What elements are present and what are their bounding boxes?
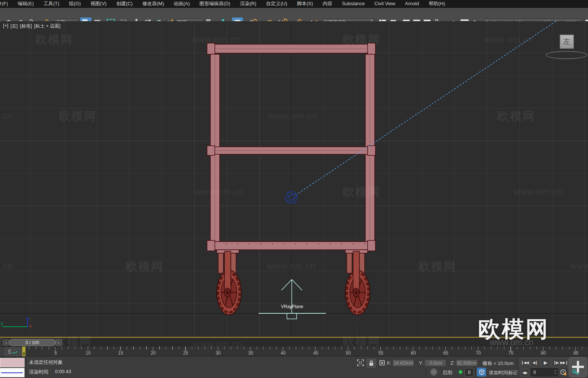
target-gizmo (285, 191, 298, 204)
scene-model-cart (0, 21, 588, 337)
ruler-tick-label: 70 (476, 350, 481, 356)
menu-item-2[interactable]: 编辑(E) (13, 0, 39, 7)
status-green-dot (459, 370, 462, 374)
render-time-label: 渲染时间 (29, 369, 48, 375)
menu-item-13[interactable]: 内容 (318, 0, 337, 7)
ruler-tick-label: 5 (54, 350, 57, 356)
time-slider-handle[interactable]: 0 (22, 346, 26, 356)
separator (475, 368, 476, 377)
drag-handle[interactable] (0, 338, 3, 346)
ruler-tick-label: 65 (443, 350, 448, 356)
frame-forward-button[interactable]: › (56, 339, 62, 346)
z-coord-field[interactable]: 82.936cm (456, 359, 478, 366)
drag-handle[interactable] (0, 346, 3, 356)
go-to-end-button[interactable]: ▶▶❙ (559, 358, 569, 367)
ruler-tick-label: 80 (541, 350, 546, 356)
menu-item-8[interactable]: 动画(A) (169, 0, 194, 7)
menu-item-1[interactable]: 文件(F) (0, 0, 13, 7)
x-coord-field[interactable]: 24.433cm (392, 359, 414, 366)
ruler-tick-label: 25 (183, 350, 188, 356)
menu-item-3[interactable]: 工具(T) (39, 0, 64, 7)
main-toolbar: ↶ ↷ 全部▼ 视图▼ (0, 8, 588, 22)
set-key-button[interactable] (569, 357, 587, 377)
world-axis-z-line (27, 319, 28, 327)
viewport-menu-shading[interactable]: [粘土 + 边面] (34, 23, 61, 29)
separator (517, 358, 518, 377)
viewcube-face-label: 左 (563, 37, 571, 46)
timeline-ruler[interactable]: 0510152025303540455055606570758085 0 (0, 346, 588, 356)
menu-bar: 文件(F)编辑(E)工具(T)组(G)视图(V)创建(C)修改器(M)动画(A)… (0, 0, 588, 8)
menu-item-16[interactable]: Arnold (400, 0, 424, 7)
previous-frame-button[interactable]: ◀❙ (530, 358, 540, 367)
viewport-menu-standard[interactable]: [标准] (20, 23, 32, 29)
menu-item-14[interactable]: Substance (337, 0, 369, 7)
add-time-tag-label[interactable]: 添加时间标记 (489, 369, 518, 376)
time-tag-cube-button[interactable] (477, 368, 486, 377)
separator (26, 358, 27, 377)
status-bar: 未选定任何对象 渲染时间 0:00:43 X: 24.433cm Y: -0.0… (0, 356, 588, 378)
menu-item-7[interactable]: 修改器(M) (138, 0, 169, 7)
render-time-value: 0:00:43 (55, 369, 71, 374)
play-button[interactable]: ▶ (540, 358, 550, 367)
menu-item-9[interactable]: 图形编辑器(D) (195, 0, 235, 7)
viewport-left-orthographic[interactable]: [+] [左] [标准] [粘土 + 边面] VRayPlane 左 y x (0, 21, 588, 337)
y-coord-label: Y: (419, 360, 423, 366)
menu-item-10[interactable]: 渲染(R) (235, 0, 261, 7)
x-coord-label: X: (387, 360, 391, 366)
macro-recorder-pane[interactable] (0, 358, 25, 367)
world-axis-x-label: x (29, 323, 32, 329)
ruler-tick-label: 85 (574, 350, 578, 356)
world-axis-y-line (2, 326, 28, 327)
ruler-tick-label: 30 (216, 350, 220, 356)
menu-item-12[interactable]: 脚本(S) (292, 0, 318, 7)
go-to-start-button[interactable]: ❙◀◀ (520, 358, 530, 367)
viewcube[interactable]: 左 (560, 35, 574, 49)
frame-spinner[interactable]: ▲▼ (554, 369, 556, 375)
separator (426, 368, 427, 377)
current-frame-field[interactable]: 0 ▲▼ (531, 368, 558, 376)
frame-back-button[interactable]: ‹ (3, 339, 9, 346)
enable-label: 启用: (442, 369, 453, 376)
menu-item-17[interactable]: 帮助(H) (424, 0, 450, 7)
world-axis-z-cap (26, 318, 29, 319)
ruler-tick-label: 55 (378, 350, 383, 356)
ruler-tick-label: 60 (411, 350, 416, 356)
viewport-menu-general[interactable]: [+] (3, 23, 8, 29)
ruler-tick-label: 15 (118, 350, 123, 356)
y-coord-field[interactable]: -0.0cm (424, 359, 446, 366)
menu-item-5[interactable]: 视图(V) (85, 0, 111, 7)
selection-lock-icon[interactable] (366, 359, 376, 368)
track-bar: ‹ 0 / 100 › (0, 338, 588, 346)
mini-curve-editor-button[interactable] (4, 348, 22, 356)
menu-item-4[interactable]: 组(G) (64, 0, 86, 7)
ruler-tick-label: 45 (313, 350, 318, 356)
z-coord-label: Z: (450, 360, 455, 366)
menu-item-15[interactable]: Civil View (370, 0, 400, 7)
menu-item-11[interactable]: 自定义(U) (261, 0, 292, 7)
viewport-label: [+] [左] [标准] [粘土 + 边面] (3, 23, 61, 29)
world-axis-y-label: y (1, 321, 3, 326)
maxscript-listener-pane[interactable] (0, 368, 25, 377)
safe-frames-shield-icon[interactable] (429, 368, 438, 376)
isolate-selection-icon[interactable] (356, 359, 365, 367)
ruler-tick-label: 10 (85, 350, 90, 356)
ruler-tick-label: 35 (248, 350, 253, 356)
ruler-tick-label: 75 (508, 350, 513, 356)
time-configuration-icon[interactable] (559, 368, 568, 377)
vrayplane-helper (259, 280, 326, 319)
key-mode-toggle[interactable]: ◀▶ (520, 368, 529, 377)
grid-size-label: 栅格 = 10.0cm (482, 360, 513, 367)
object-name-label: VRayPlane (274, 304, 311, 309)
listener-divider (1, 372, 23, 373)
3dsmax-window: 文件(F)编辑(E)工具(T)组(G)视图(V)创建(C)修改器(M)动画(A)… (0, 0, 588, 378)
frame-range-display[interactable]: 0 / 100 (9, 339, 56, 346)
enable-count-chip[interactable]: 0 (465, 368, 474, 377)
viewport-menu-pov[interactable]: [左] (10, 23, 17, 29)
current-frame-value: 0 (533, 370, 536, 375)
absolute-offset-mode-icon[interactable] (378, 359, 387, 367)
viewcube-compass-ring[interactable] (546, 51, 587, 59)
time-slider-frame: 0 (23, 352, 25, 356)
menu-item-6[interactable]: 创建(C) (112, 0, 138, 7)
ruler-tick-label: 50 (346, 350, 350, 356)
ruler-tick-label: 40 (281, 350, 285, 356)
